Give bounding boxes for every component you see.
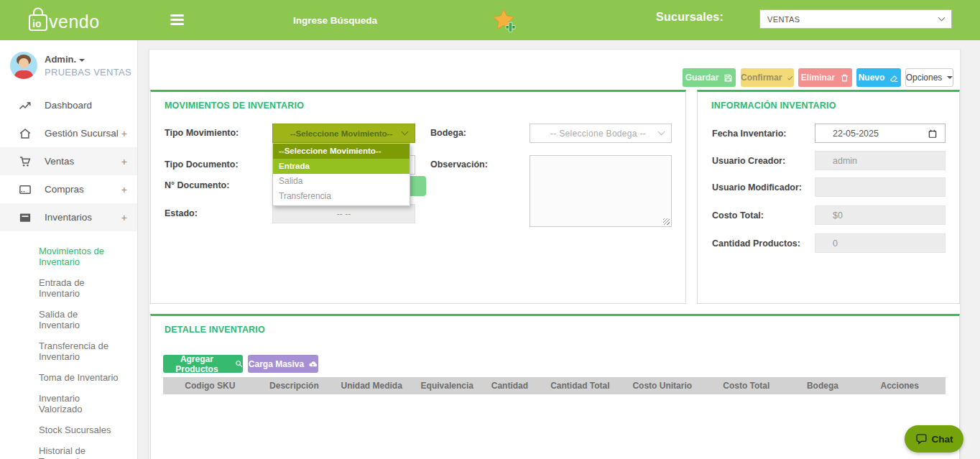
- detalle-panel-title: DETALLE INVENTARIO: [165, 325, 265, 335]
- top-header: io vendo Sucursales: VENTAS: [0, 0, 980, 40]
- sidebar-subitem-inventario-valorizado[interactable]: Inventario Valorizado: [0, 388, 133, 419]
- column-header-costo-total: Costo Total: [701, 381, 791, 391]
- sidebar-item-label: Ventas: [45, 156, 121, 167]
- check-icon: [787, 73, 794, 83]
- carga-masiva-button[interactable]: Carga Masiva: [248, 355, 318, 373]
- chat-button[interactable]: Chat: [905, 425, 963, 453]
- fecha-inventario-value: 22-05-2025: [833, 129, 879, 139]
- eraser-icon: [889, 73, 899, 83]
- observacion-label: Observación:: [430, 155, 488, 175]
- cloud-upload-icon: [308, 359, 318, 368]
- dropdown-option-salida[interactable]: Salida: [273, 174, 410, 189]
- usuario-modificador-input: [815, 177, 946, 197]
- home-icon: [19, 127, 32, 140]
- sidebar-item-label: Dashboard: [45, 100, 127, 111]
- costo-total-input: $0: [815, 205, 946, 225]
- column-header-descripci-n: Descripción: [257, 381, 331, 391]
- sidebar-subitem-stock-sucursales[interactable]: Stock Sucursales: [0, 419, 133, 440]
- sidebar-item-compras[interactable]: Compras+: [0, 175, 137, 203]
- archive-icon: [19, 211, 32, 224]
- fecha-inventario-input[interactable]: 22-05-2025: [815, 124, 946, 143]
- sidebar-item-inventarios[interactable]: Inventarios+: [0, 203, 137, 231]
- num-documento-label: N° Documento:: [165, 176, 229, 195]
- sucursales-label: Sucursales:: [656, 11, 724, 24]
- bodega-label: Bodega:: [430, 124, 466, 143]
- column-header-bodega: Bodega: [791, 381, 854, 391]
- sidebar-subitem-historial-de-transacciones[interactable]: Historial de Transacciones: [0, 440, 133, 459]
- favorite-add-icon[interactable]: [490, 6, 517, 34]
- informacion-panel-title: INFORMACIÓN INVENTARIO: [711, 101, 836, 111]
- usuario-modificador-label: Usuario Modificador:: [712, 178, 802, 198]
- sidebar-subitem-entrada-de-inventario[interactable]: Entrada de Inventario: [0, 272, 133, 304]
- user-name-dropdown[interactable]: Admin.: [45, 54, 85, 65]
- column-header-costo-unitario: Costo Unitario: [623, 381, 701, 391]
- sidebar-subitem-toma-de-inventario[interactable]: Toma de Inventario: [0, 367, 133, 388]
- cantidad-productos-value: 0: [833, 238, 838, 249]
- eliminar-button[interactable]: Eliminar: [798, 68, 852, 87]
- sidebar-subitem-movimientos-de-inventario[interactable]: Movimientos de Inventario: [0, 241, 133, 272]
- sucursal-selected-value: VENTAS: [767, 15, 939, 24]
- sidebar-item-dashboard[interactable]: Dashboard: [0, 91, 137, 119]
- cart-icon: [19, 155, 32, 168]
- column-header-unidad-medida: Unidad Medida: [331, 381, 412, 391]
- usuario-creador-label: Usuario Creador:: [712, 152, 785, 171]
- nuevo-button[interactable]: Nuevo: [856, 68, 901, 87]
- brand-text: vendo: [49, 11, 100, 32]
- sidebar-subitem-salida-de-inventario[interactable]: Salida de Inventario: [0, 304, 133, 335]
- sidebar-subitem-transferencia-de-inventario[interactable]: Transferencia de Inventario: [0, 335, 133, 367]
- opciones-button[interactable]: Opciones: [905, 68, 953, 87]
- sidebar-item-ventas[interactable]: Ventas+: [0, 147, 137, 175]
- svg-text:io: io: [32, 18, 41, 29]
- column-header-codigo-sku: Codigo SKU: [163, 381, 257, 391]
- avatar[interactable]: [10, 52, 37, 79]
- sidebar-submenu-inventarios: Movimientos de InventarioEntrada de Inve…: [0, 231, 137, 459]
- search-input[interactable]: [293, 10, 451, 30]
- dropdown-option-entrada[interactable]: Entrada: [273, 159, 410, 174]
- usuario-creador-value: admin: [833, 156, 857, 166]
- sidebar-item-label: Inventarios: [45, 212, 121, 223]
- observacion-textarea[interactable]: [530, 155, 672, 227]
- estado-input: -- --: [272, 204, 415, 223]
- tipo-documento-label: Tipo Documento:: [165, 155, 239, 175]
- sidebar: Admin. PRUEBAS VENTAS DashboardGestión S…: [0, 40, 138, 459]
- expand-plus-icon: +: [121, 212, 127, 223]
- chevron-down-icon: [658, 129, 665, 136]
- menu-hamburger-icon[interactable]: [170, 14, 184, 25]
- costo-total-value: $0: [833, 210, 843, 221]
- expand-plus-icon: +: [121, 156, 127, 167]
- guardar-button[interactable]: Guardar: [683, 68, 736, 87]
- tipo-movimiento-select[interactable]: --Seleccione Movimiento--: [272, 124, 415, 143]
- expand-plus-icon: +: [121, 184, 127, 195]
- fecha-inventario-label: Fecha Inventario:: [712, 124, 787, 144]
- sucursal-select[interactable]: VENTAS: [759, 9, 952, 29]
- user-company: PRUEBAS VENTAS: [45, 67, 131, 78]
- agregar-productos-button[interactable]: Agregar Productos: [163, 355, 243, 373]
- sidebar-item-gestion-sucursal[interactable]: Gestión Sucursal+: [0, 119, 137, 147]
- brand-logo[interactable]: io vendo: [27, 6, 100, 32]
- caret-down-icon: [947, 76, 953, 79]
- chevron-down-icon: [402, 129, 409, 136]
- tipo-movimiento-dropdown: --Seleccione Movimiento--EntradaSalidaTr…: [272, 143, 410, 206]
- dropdown-option-transferencia[interactable]: Transferencia: [273, 189, 410, 204]
- confirmar-button[interactable]: Confirmar: [741, 68, 794, 87]
- user-block: Admin. PRUEBAS VENTAS: [0, 40, 137, 91]
- expand-plus-icon: +: [121, 128, 127, 139]
- column-header-acciones: Acciones: [854, 381, 946, 391]
- sidebar-menu: DashboardGestión Sucursal+Ventas+Compras…: [0, 91, 137, 231]
- dropdown-option-seleccione-movimiento[interactable]: --Seleccione Movimiento--: [273, 144, 410, 159]
- costo-total-label: Costo Total:: [712, 206, 764, 226]
- calendar-icon: [928, 129, 938, 139]
- sidebar-item-label: Gestión Sucursal: [45, 128, 121, 139]
- card-icon: [19, 183, 32, 196]
- chat-bubble-icon: [915, 433, 928, 445]
- bodega-select[interactable]: -- Seleccione Bodega --: [530, 124, 672, 143]
- tipo-movimiento-label: Tipo Movimiento:: [165, 124, 239, 143]
- informacion-panel: INFORMACIÓN INVENTARIO Fecha Inventario:…: [697, 90, 960, 304]
- chevron-down-icon: [938, 14, 946, 22]
- cantidad-productos-label: Cantidad Productos:: [712, 234, 800, 254]
- save-icon: [724, 73, 733, 83]
- movimientos-panel-title: MOVIMIENTOS DE INVENTARIO: [165, 101, 304, 111]
- trash-icon: [840, 73, 849, 83]
- cantidad-productos-input: 0: [815, 233, 946, 253]
- search-icon: [235, 359, 243, 368]
